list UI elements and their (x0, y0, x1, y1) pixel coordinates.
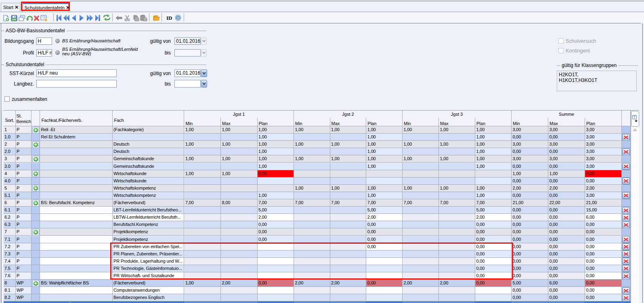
svg-text:?: ? (177, 16, 179, 20)
